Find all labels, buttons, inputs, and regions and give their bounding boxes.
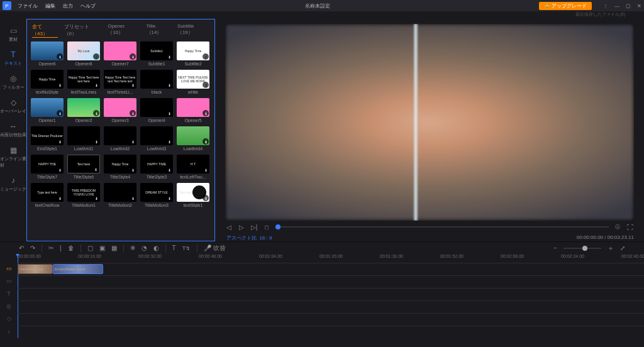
clip-2[interactable]: EmptyWater hand (53, 264, 103, 274)
thumb-Lowthrid3[interactable]: ⬇Lowthrid3 (140, 126, 173, 151)
thumb-TitleStyle3[interactable]: HAPPY TIME⬇TitleStyle3 (140, 155, 173, 179)
crop-button[interactable]: ▢ (87, 245, 93, 251)
zoom-fit-button[interactable]: ⤢ (620, 245, 625, 251)
nav-item-5[interactable]: ▦オンライン素材 (0, 142, 26, 172)
voiceover-button[interactable]: 🎤 吹替 (204, 244, 226, 253)
thumb-image: ⬇ (104, 126, 136, 145)
track-header-0[interactable]: ▭ (0, 263, 18, 274)
thumb-textThreeLi...[interactable]: Happy Time Text here text Text here text… (104, 70, 136, 94)
thumb-Lowthrid1[interactable]: ⬇Lowthrid1 (67, 126, 100, 151)
next-frame-button[interactable]: ▷| (250, 223, 258, 231)
menu-file[interactable]: ファイル (18, 3, 38, 9)
audio-track[interactable] (18, 326, 644, 337)
freeze-button[interactable]: ❄ (130, 245, 135, 251)
thumb-Opener1[interactable]: ⬇Opener1 (31, 98, 64, 123)
prev-frame-button[interactable]: ◁ (225, 223, 233, 231)
menu-help[interactable]: ヘルプ (80, 3, 96, 9)
thumb-Opener6[interactable]: ⬇Opener6 (31, 41, 64, 66)
thumb-Opener4[interactable]: ⬇Opener4 (140, 98, 173, 123)
thumb-Subtitle1[interactable]: Subtitle1⬇Subtitle1 (140, 41, 173, 66)
color-button[interactable]: ◐ (153, 245, 159, 251)
nav-item-0[interactable]: ▭素材 (0, 23, 26, 47)
thumb-Opener8[interactable]: My Love⬇Opener8 (67, 41, 100, 66)
mosaic-button[interactable]: ▦ (111, 245, 117, 251)
aspect-info[interactable]: アスペクト比 16 : 9 00:00:00.00 / 00:03:23.11 (225, 233, 634, 241)
thumb-textOneRow[interactable]: Type text here⬇textOneRow (31, 183, 64, 207)
upgrade-button[interactable]: 🔒 アップグレード (539, 2, 592, 10)
filter-track[interactable] (18, 300, 644, 312)
thumb-TitleStyle4[interactable]: Happy Time⬇TitleStyle4 (104, 155, 136, 179)
preview-canvas[interactable] (225, 24, 634, 221)
thumb-EndStyle1[interactable]: Title Director Producer⬇EndStyle1 (31, 126, 64, 151)
text-fx-button[interactable]: T↯ (182, 245, 191, 251)
track-header-4[interactable]: ◇ (0, 313, 18, 324)
track-header-1[interactable]: ▭ (0, 275, 18, 287)
clip-1[interactable]: HandWashing (18, 264, 53, 274)
nav-item-1[interactable]: Tテキスト (0, 47, 26, 70)
thumb-TitleStyle6[interactable]: Text here⬇TitleStyle6 (67, 155, 100, 179)
menu-output[interactable]: 出力 (63, 3, 73, 9)
thumb-TitleStyle7[interactable]: HAPPY THE⬇TitleStyle7 (31, 155, 64, 179)
thumb-Subtitle2[interactable]: Happy Time⬇Subtitle2 (177, 41, 209, 66)
video-track[interactable]: HandWashing EmptyWater hand (18, 263, 644, 274)
pip-track[interactable] (18, 275, 644, 287)
thumb-Lowthrid2[interactable]: ⬇Lowthrid2 (104, 126, 136, 151)
nav-item-6[interactable]: ♪ミュージック (0, 172, 26, 196)
thumb-textLeftTwo...[interactable]: H T⬇textLeftTwo... (177, 155, 209, 179)
zoom-in-button[interactable]: ＋ (608, 244, 614, 253)
thumb-Opener3[interactable]: ⬇Opener3 (104, 98, 136, 123)
text-track[interactable] (18, 288, 644, 299)
tracks-area[interactable]: 00:00:00.0000:00:16.0000:00:32.0000:00:4… (18, 254, 644, 338)
track-header-3[interactable]: ◎ (0, 300, 18, 312)
library-tab-2[interactable]: Opener（10） (108, 23, 140, 38)
progress-handle[interactable] (275, 224, 280, 229)
maximize-icon[interactable]: ▢ (626, 3, 631, 9)
zoom-slider[interactable] (564, 248, 601, 249)
thumb-TitleMotion1[interactable]: TIME FREEDOM YOUNG LOVE⬇TitleMotion1 (67, 183, 100, 207)
minimize-icon[interactable]: — (614, 3, 619, 9)
thumb-Opener7[interactable]: ⬇Opener7 (104, 41, 136, 66)
zoom-out-button[interactable]: − (553, 245, 557, 251)
thumb-Opener5[interactable]: ⬇Opener5 (177, 98, 209, 123)
thumb-Opener2[interactable]: ⬇Opener2 (67, 98, 100, 123)
nav-item-4[interactable]: ↔画面切替効果 (0, 118, 26, 142)
split-button[interactable]: | (60, 245, 62, 251)
library-tab-0[interactable]: 全て（43） (32, 23, 58, 38)
thumb-Lowthrid4[interactable]: ⬇Lowthrid4 (177, 126, 209, 151)
fullscreen-button[interactable]: ⛶ (626, 223, 634, 231)
close-icon[interactable]: ✕ (637, 3, 641, 9)
play-button[interactable]: ▷ (238, 223, 245, 231)
speed-button[interactable]: ◔ (142, 245, 147, 251)
nav-item-3[interactable]: ◇オーバーレイ (0, 94, 26, 118)
progress-bar[interactable] (275, 226, 609, 228)
library-tab-1[interactable]: プリセット（0） (64, 23, 102, 38)
thumb-white[interactable]: NEXT TIME PLEASE LOVE ME MORE⬇white (177, 70, 209, 94)
track-header-2[interactable]: T (0, 288, 18, 299)
track-header-5[interactable]: ♪ (0, 326, 18, 337)
cut-button[interactable]: ✂ (48, 245, 53, 251)
thumb-textTwoLines[interactable]: Happy Time Text here text here⬇textTwoLi… (67, 70, 100, 94)
menu-edit[interactable]: 編集 (45, 3, 55, 9)
undo-button[interactable]: ↶ (19, 245, 24, 251)
text-tool-button[interactable]: T (172, 245, 176, 251)
more-icon[interactable]: ⋮ (603, 3, 608, 9)
delete-button[interactable]: 🗑 (68, 245, 74, 251)
library-tab-3[interactable]: Title（14） (147, 23, 171, 38)
nav-item-2[interactable]: ◎フィルター (0, 70, 26, 94)
recent-files-label[interactable]: 最近保存したファイル(0) (0, 11, 644, 19)
thumb-textNoStyle[interactable]: Happy Time⬇textNoStyle (31, 70, 64, 94)
library-tab-4[interactable]: Subtitle（19） (177, 23, 209, 38)
thumb-TitleMotion2[interactable]: ⬇TitleMotion2 (104, 183, 136, 207)
thumb-black[interactable]: ⬇black (140, 70, 173, 94)
stop-button[interactable]: □ (263, 223, 270, 231)
overlay-track[interactable] (18, 313, 644, 324)
zoom-knob[interactable] (582, 246, 587, 251)
library-grid[interactable]: ⬇Opener6My Love⬇Opener8⬇Opener7Subtitle1… (27, 40, 214, 241)
snapshot-button[interactable]: ⦾ (614, 223, 621, 231)
thumb-TitleMotion3[interactable]: DREAM STYLE⬇TitleMotion3 (140, 183, 173, 207)
redo-button[interactable]: ↷ (30, 245, 35, 251)
crop2-button[interactable]: ▣ (99, 245, 105, 251)
time-ruler[interactable]: 00:00:00.0000:00:16.0000:00:32.0000:00:4… (18, 254, 644, 263)
thumb-textStyle1[interactable]: Text here⬇textStyle1 (177, 183, 209, 207)
track-icon: ▭ (6, 265, 12, 272)
